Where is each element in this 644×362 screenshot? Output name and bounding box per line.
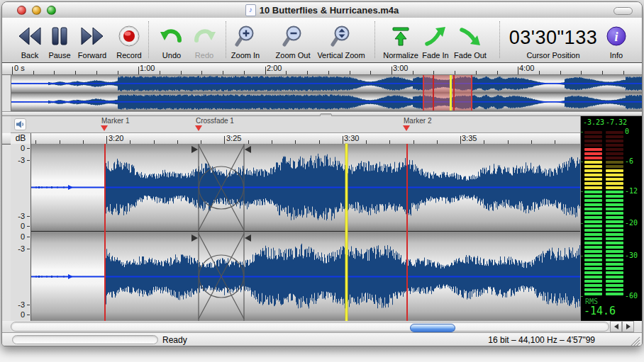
undo-button[interactable]: Undo: [155, 21, 188, 60]
ruler-tick: [343, 136, 343, 144]
zoom-in-button[interactable]: Zoom In: [225, 21, 266, 60]
meter-segment: [584, 174, 602, 176]
desktop: ♪ 10 Butterflies & Hurricanes.m4a Back P…: [0, 0, 644, 362]
meter-segment: [584, 165, 602, 168]
db-scale-label: 0: [11, 232, 25, 241]
meter-segment: [606, 267, 623, 270]
meter-segment: [584, 225, 602, 227]
back-icon: [17, 22, 43, 50]
peak-value-left: -3.23: [583, 118, 604, 126]
overview-waveform-canvas: [11, 75, 643, 111]
meter-segment: [584, 157, 602, 159]
db-scale-label: -3: [11, 244, 25, 253]
overview-waveform[interactable]: [11, 74, 643, 111]
titlebar[interactable]: ♪ 10 Butterflies & Hurricanes.m4a: [2, 2, 642, 18]
meter-segment: [584, 148, 602, 151]
ruler-tick: [12, 67, 13, 74]
meter-segment: [606, 199, 623, 202]
status-message: Ready: [162, 335, 187, 345]
meter-segment: [606, 225, 623, 227]
db-scale-label: -3: [11, 300, 25, 309]
meter-segment: [606, 288, 623, 291]
record-icon: [118, 22, 140, 50]
playback-cursor-line[interactable]: [345, 144, 348, 321]
marker-line[interactable]: [406, 144, 408, 321]
scrollbar-thumb[interactable]: [410, 324, 455, 332]
meter-segment: [606, 178, 623, 181]
meter-segment: [584, 284, 602, 287]
meter-segment: [606, 131, 623, 134]
ruler-tick: [460, 136, 461, 144]
overview-ruler: 0 s 1:00 2:00 3:00 4:00: [2, 63, 642, 75]
channel-options-button[interactable]: [14, 118, 26, 130]
db-scale-tick: [27, 305, 30, 305]
db-scale-tick: [27, 148, 30, 149]
vertical-zoom-button[interactable]: Vertical Zoom: [310, 21, 372, 60]
meter-scale-tick: [581, 223, 583, 224]
status-bar: Ready 16 bit – 44,100 Hz – 4'57"99: [2, 332, 642, 346]
overview-ruler-label: 3:00: [393, 64, 408, 72]
redo-button[interactable]: Redo: [188, 21, 221, 60]
zoom-out-button[interactable]: Zoom Out: [270, 21, 316, 60]
crossfade-overlay[interactable]: [31, 144, 580, 321]
meter-scale-label: -60: [625, 292, 638, 300]
redo-icon: [193, 22, 216, 50]
resize-grip[interactable]: [630, 336, 640, 346]
meter-segment: [584, 263, 602, 266]
meter-segment: [606, 263, 623, 266]
meter-segment: [606, 195, 623, 198]
marker-label: Marker 1: [101, 117, 129, 125]
ruler-tick: [518, 67, 518, 74]
scroll-right-button[interactable]: [622, 321, 634, 332]
meter-segment: [584, 212, 602, 215]
meter-scale-label: -6: [625, 157, 633, 165]
scroll-left-button[interactable]: [610, 321, 622, 332]
meter-segment: [584, 271, 602, 274]
meter-segment: [606, 140, 623, 142]
cursor-position-value: 03'30"133: [509, 26, 597, 49]
normalize-icon: [389, 22, 412, 50]
meter-segment: [606, 182, 623, 185]
meter-segment: [606, 208, 623, 210]
db-scale-tick: [27, 216, 30, 217]
info-button[interactable]: i Info: [601, 21, 631, 60]
meter-segment: [606, 148, 623, 151]
forward-button[interactable]: Forward: [70, 21, 114, 60]
meter-segment: [584, 186, 602, 189]
meter-segment: [584, 254, 602, 257]
meter-scale-label: 0: [625, 128, 629, 135]
meter-segment: [584, 144, 602, 147]
record-button[interactable]: Record: [109, 21, 149, 60]
document-music-icon: ♪: [245, 4, 256, 16]
meter-segment: [584, 293, 602, 295]
db-scale-label: 0: [11, 310, 25, 319]
marker-handle[interactable]: [101, 125, 108, 131]
meter-segment: [584, 259, 602, 261]
marker-line[interactable]: [104, 144, 106, 321]
meter-segment: [584, 161, 602, 164]
meter-segment: [584, 131, 602, 134]
marker-handle[interactable]: [403, 125, 410, 131]
overview-visible-region[interactable]: [423, 75, 472, 111]
meter-segment: [584, 288, 602, 291]
editor-ruler-label: 3:20: [109, 134, 123, 142]
meter-segment: [584, 191, 602, 193]
toolbar-toggle-button[interactable]: [614, 7, 633, 15]
scrollbar-track[interactable]: [11, 322, 609, 332]
db-scale-tick: [27, 160, 30, 161]
overview-ruler-label: 1:00: [140, 64, 155, 72]
meter-segment: [606, 212, 623, 215]
ruler-tick: [106, 136, 107, 144]
fade-out-button[interactable]: Fade Out: [449, 21, 492, 60]
meter-segment: [584, 229, 602, 232]
meter-segment: [606, 152, 623, 155]
db-scale-tick: [27, 249, 30, 249]
right-arrow-icon: [626, 324, 631, 329]
marker-handle[interactable]: [195, 125, 202, 131]
meter-segment: [606, 250, 623, 253]
waveform-editor[interactable]: [31, 144, 580, 322]
overview-region-edge: [471, 75, 472, 111]
pane-splitter[interactable]: [2, 111, 642, 116]
overview-ruler-label: 4:00: [519, 64, 534, 72]
marker-label: Crossfade 1: [196, 117, 234, 125]
